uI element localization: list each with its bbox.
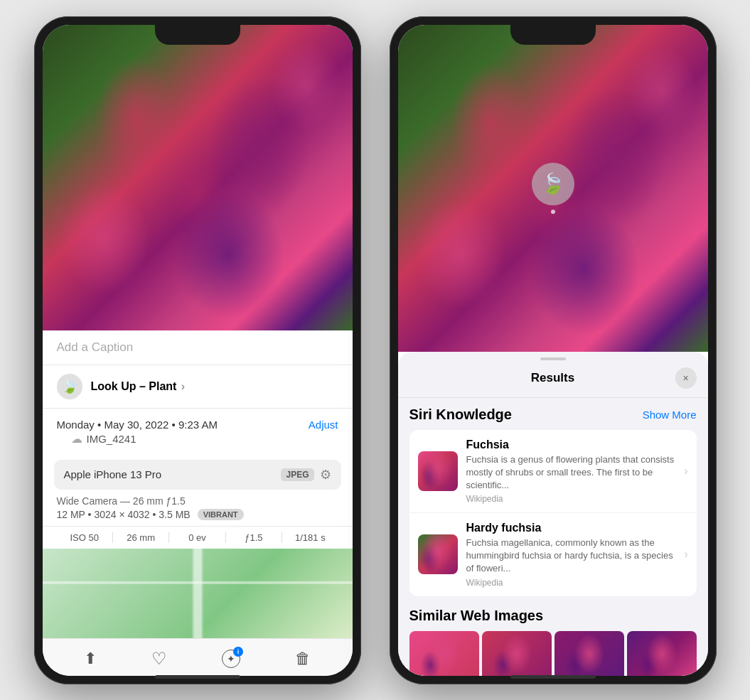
- exif-ev: 0 ev: [169, 532, 225, 543]
- similar-image-2[interactable]: [482, 631, 552, 676]
- fuchsia-text: Fuchsia Fuchsia is a genus of flowering …: [466, 438, 676, 505]
- sheet-content: Siri Knowledge Show More Fuchsia Fuchsia…: [398, 398, 708, 676]
- knowledge-item-fuchsia[interactable]: Fuchsia Fuchsia is a genus of flowering …: [409, 430, 697, 514]
- fuchsia-chevron-icon: ›: [684, 465, 687, 478]
- fuchsia-desc: Fuchsia is a genus of flowering plants t…: [466, 453, 676, 492]
- device-name: Apple iPhone 13 Pro: [64, 468, 162, 480]
- adjust-button[interactable]: Adjust: [309, 419, 338, 431]
- similar-image-4[interactable]: [627, 631, 697, 676]
- gear-icon[interactable]: ⚙: [320, 467, 331, 483]
- cloud-icon: ☁: [71, 432, 82, 446]
- specs-text: 12 MP • 3024 × 4032 • 3.5 MB: [57, 509, 191, 520]
- home-indicator-right: [510, 675, 596, 679]
- knowledge-card: Fuchsia Fuchsia is a genus of flowering …: [409, 430, 697, 596]
- close-button[interactable]: ×: [675, 367, 697, 389]
- exif-shutter: 1/181 s: [282, 532, 338, 543]
- left-phone: Add a Caption 🍃 Look Up – Plant › Monday…: [34, 16, 361, 684]
- similar-image-1[interactable]: [409, 631, 479, 676]
- home-indicator: [155, 675, 240, 679]
- date-section: Monday • May 30, 2022 • 9:23 AM Adjust ☁…: [43, 409, 353, 460]
- hardy-thumbnail: [418, 534, 458, 574]
- lookup-row[interactable]: 🍃 Look Up – Plant ›: [43, 365, 353, 409]
- lookup-label: Look Up – Plant ›: [91, 380, 186, 393]
- exif-iso: ISO 50: [57, 532, 113, 543]
- fuchsia-thumbnail: [418, 451, 458, 491]
- results-sheet: Results × Siri Knowledge Show More: [398, 352, 708, 676]
- notch-right: [510, 25, 596, 45]
- hardy-desc: Fuchsia magellanica, commonly known as t…: [466, 537, 676, 576]
- hardy-chevron-icon: ›: [684, 548, 687, 561]
- lookup-chevron-icon: ›: [181, 380, 185, 392]
- similar-title: Similar Web Images: [409, 608, 697, 624]
- exif-aperture: ƒ1.5: [226, 532, 282, 543]
- sheet-header: Results ×: [398, 360, 708, 398]
- hardy-source: Wikipedia: [466, 578, 676, 588]
- device-badges: JPEG ⚙: [281, 467, 331, 483]
- specs-row: 12 MP • 3024 × 4032 • 3.5 MB VIBRANT: [57, 509, 338, 520]
- fuchsia-name: Fuchsia: [466, 438, 676, 451]
- favorite-button[interactable]: ♡: [151, 649, 167, 669]
- delete-button[interactable]: 🗑: [295, 650, 311, 668]
- show-more-button[interactable]: Show More: [643, 409, 697, 421]
- date-text: Monday • May 30, 2022 • 9:23 AM: [57, 419, 218, 431]
- filename-text: IMG_4241: [87, 433, 136, 445]
- bottom-toolbar: ⬆ ♡ ✦ i 🗑: [43, 638, 353, 676]
- similar-images-grid: [409, 631, 697, 676]
- lens-info: Wide Camera — 26 mm ƒ1.5: [57, 495, 338, 507]
- notch: [155, 25, 240, 45]
- fuchsia-source: Wikipedia: [466, 494, 676, 504]
- device-row: Apple iPhone 13 Pro JPEG ⚙: [54, 460, 341, 490]
- camera-details: Wide Camera — 26 mm ƒ1.5 12 MP • 3024 × …: [43, 490, 353, 523]
- siri-dot: [551, 210, 555, 214]
- siri-knowledge-header: Siri Knowledge Show More: [409, 406, 697, 423]
- info-button[interactable]: ✦ i: [222, 650, 240, 668]
- hardy-text: Hardy fuchsia Fuchsia magellanica, commo…: [466, 522, 676, 588]
- vibrant-badge: VIBRANT: [198, 509, 244, 520]
- exif-row: ISO 50 26 mm 0 ev ƒ1.5 1/181 s: [43, 526, 353, 549]
- right-photo-image: 🍃: [398, 25, 708, 352]
- caption-input[interactable]: Add a Caption: [43, 330, 353, 365]
- siri-visual-icon: 🍃: [532, 163, 574, 205]
- info-badge: i: [233, 647, 243, 657]
- exif-focal: 26 mm: [113, 532, 169, 543]
- photo-image[interactable]: [43, 25, 353, 330]
- right-phone: 🍃 Results × Siri Knowledge: [390, 16, 717, 684]
- similar-image-3[interactable]: [555, 631, 624, 676]
- share-button[interactable]: ⬆: [84, 650, 97, 668]
- hardy-name: Hardy fuchsia: [466, 522, 676, 534]
- lookup-icon: 🍃: [57, 374, 82, 399]
- map-thumbnail[interactable]: [43, 549, 353, 638]
- similar-web-images-section: Similar Web Images: [409, 608, 697, 676]
- sheet-title: Results: [431, 371, 675, 385]
- siri-knowledge-title: Siri Knowledge: [409, 406, 512, 423]
- format-badge: JPEG: [281, 468, 314, 481]
- knowledge-item-hardy[interactable]: Hardy fuchsia Fuchsia magellanica, commo…: [409, 513, 697, 596]
